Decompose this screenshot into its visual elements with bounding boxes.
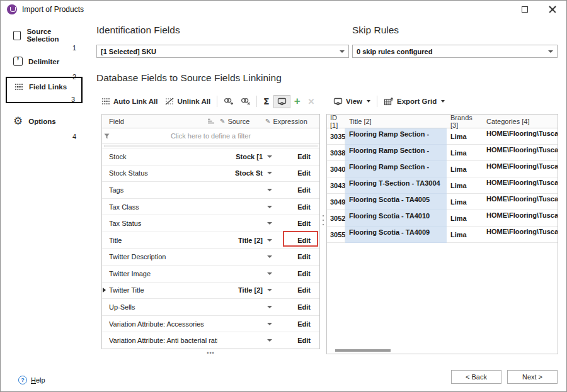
column-header-title[interactable]: Title [2] bbox=[345, 118, 447, 125]
field-link-row[interactable]: TagsEdit bbox=[102, 182, 319, 199]
source-dropdown[interactable] bbox=[263, 255, 277, 258]
back-button[interactable]: < Back bbox=[451, 370, 501, 384]
column-header-source[interactable]: ✎ Source bbox=[220, 118, 265, 125]
chevron-down-icon bbox=[367, 100, 370, 103]
field-link-row[interactable]: Twitter TitleTitle [2]Edit bbox=[102, 283, 319, 300]
column-header-id[interactable]: ID [1] bbox=[327, 114, 345, 129]
field-link-row[interactable]: TitleTitle [2]Edit bbox=[102, 232, 319, 249]
maximize-icon bbox=[522, 6, 528, 13]
edit-expression-button[interactable]: Edit bbox=[277, 303, 319, 311]
current-row-marker-icon bbox=[103, 288, 106, 293]
source-dropdown[interactable] bbox=[263, 189, 277, 191]
preview-toggle-button[interactable] bbox=[273, 95, 290, 108]
source-dropdown[interactable] bbox=[263, 239, 277, 242]
add-row-button[interactable]: + bbox=[290, 94, 304, 108]
field-link-row[interactable]: StockStock [1Edit bbox=[102, 148, 319, 165]
expression-sum-button[interactable]: Σ bbox=[260, 94, 273, 109]
skip-rules-dropdown[interactable]: 0 skip rules configured bbox=[352, 45, 558, 58]
panel-splitter-handle[interactable] bbox=[322, 215, 324, 225]
source-value-cell: Stock [1 bbox=[217, 153, 263, 160]
horizontal-scrollbar-thumb[interactable] bbox=[335, 349, 391, 352]
skip-rules-heading: Skip Rules bbox=[352, 25, 399, 36]
column-header-categories[interactable]: Categories [4] bbox=[481, 118, 558, 125]
source-dropdown[interactable] bbox=[263, 172, 277, 174]
edit-expression-button[interactable]: Edit bbox=[277, 237, 319, 244]
edit-expression-button[interactable]: Edit bbox=[277, 169, 319, 177]
field-link-row[interactable]: Twitter ImageEdit bbox=[102, 266, 319, 283]
source-dropdown[interactable] bbox=[263, 306, 277, 308]
product-row[interactable]: 3038Flooring Ramp Section -LimaHOME\Floo… bbox=[327, 145, 558, 161]
source-preview-grid: ID [1] Title [2] Brands [3] Categories [… bbox=[326, 114, 558, 354]
data-grid-header[interactable]: ID [1] Title [2] Brands [3] Categories [… bbox=[327, 115, 558, 128]
edit-expression-button[interactable]: Edit bbox=[277, 286, 319, 294]
sidebar-item-label: Delimiter bbox=[28, 58, 59, 65]
id-cell: 3052 bbox=[327, 210, 345, 227]
close-button[interactable] bbox=[539, 1, 566, 18]
id-cell: 3055 bbox=[327, 227, 345, 243]
product-row[interactable]: 3040Flooring Ramp Section -LimaHOME\Floo… bbox=[327, 161, 558, 177]
field-link-row[interactable]: Twitter DescriptionEdit bbox=[102, 249, 319, 266]
field-name-cell: Twitter Title bbox=[102, 286, 217, 294]
field-link-row[interactable]: Tax ClassEdit bbox=[102, 199, 319, 216]
source-dropdown[interactable] bbox=[263, 323, 277, 325]
view-menu-button[interactable]: View bbox=[329, 95, 374, 108]
column-header-brands[interactable]: Brands [3] bbox=[447, 114, 481, 129]
close-icon bbox=[549, 6, 556, 13]
title-cell: Flooring Ramp Section - bbox=[345, 161, 447, 177]
categories-cell: HOME\Flooring\Tuscan F bbox=[481, 194, 558, 210]
maximize-button[interactable] bbox=[511, 1, 539, 18]
source-dropdown[interactable] bbox=[263, 155, 277, 158]
edit-expression-button[interactable]: Edit bbox=[277, 337, 319, 344]
product-row[interactable]: 3049Flooring Scotia - TA4005LimaHOME\Flo… bbox=[327, 194, 558, 210]
help-link[interactable]: ? Help bbox=[18, 376, 45, 384]
sidebar-item-field-links[interactable]: Field Links 3 bbox=[6, 77, 83, 103]
source-value-cell: Stock St bbox=[217, 169, 263, 177]
preview-icon bbox=[277, 98, 287, 106]
sidebar-item-source-selection[interactable]: Source Selection 1 bbox=[6, 28, 83, 43]
field-link-row[interactable]: Variation Attribute: AccessoriesEdit bbox=[102, 316, 319, 333]
source-dropdown[interactable] bbox=[263, 222, 277, 225]
auto-link-all-button[interactable]: Auto Link All bbox=[98, 95, 161, 108]
identification-fields-dropdown[interactable]: [1 Selected] SKU bbox=[96, 45, 349, 58]
delete-row-button[interactable]: ✕ bbox=[304, 94, 319, 109]
id-cell: 3035 bbox=[327, 128, 345, 145]
add-link-button[interactable] bbox=[220, 95, 237, 108]
product-row[interactable]: 3043Flooring T-Section - TA3004LimaHOME\… bbox=[327, 177, 558, 194]
export-grid-button[interactable]: Export Grid bbox=[380, 94, 449, 108]
sidebar-item-options[interactable]: ⚙ Options 4 bbox=[6, 116, 83, 126]
quote-icon: ’ bbox=[13, 57, 23, 66]
source-dropdown[interactable] bbox=[263, 206, 277, 208]
product-row[interactable]: 3052Flooring Scotia - TA4010LimaHOME\Flo… bbox=[327, 210, 558, 227]
unlink-all-button[interactable]: Unlink All bbox=[161, 95, 214, 108]
edit-expression-button[interactable]: Edit bbox=[277, 253, 319, 260]
edit-expression-button[interactable]: Edit bbox=[277, 186, 319, 194]
edit-expression-button[interactable]: Edit bbox=[277, 220, 319, 227]
edit-expression-button[interactable]: Edit bbox=[277, 203, 319, 211]
remove-link-button[interactable] bbox=[237, 95, 254, 108]
source-dropdown[interactable] bbox=[263, 272, 277, 275]
filter-row[interactable]: Click here to define a filter bbox=[102, 128, 319, 144]
field-grid-header[interactable]: Field ✎ Source ✎ Expression bbox=[102, 115, 319, 128]
sidebar-item-delimiter[interactable]: ’ Delimiter 2 bbox=[6, 57, 83, 66]
data-grid-rows: 3035Flooring Ramp Section -LimaHOME\Floo… bbox=[327, 128, 558, 243]
field-link-row[interactable]: Stock StatusStock StEdit bbox=[102, 165, 319, 182]
edit-expression-button[interactable]: Edit bbox=[277, 270, 319, 277]
sort-ascending-icon bbox=[207, 118, 220, 125]
edit-expression-button[interactable]: Edit bbox=[277, 153, 319, 160]
column-header-expression[interactable]: ✎ Expression bbox=[265, 118, 319, 125]
chevron-down-icon bbox=[267, 189, 272, 191]
field-link-row[interactable]: Up-SellsEdit bbox=[102, 299, 319, 316]
field-link-row[interactable]: Tax StatusEdit bbox=[102, 215, 319, 232]
column-header-field[interactable]: Field bbox=[102, 118, 207, 125]
source-dropdown[interactable] bbox=[263, 289, 277, 291]
field-link-row[interactable]: Variation Attribute: Anti bacterial rati… bbox=[102, 332, 319, 349]
grid-resize-grip[interactable]: ••• bbox=[101, 350, 320, 356]
product-row[interactable]: 3035Flooring Ramp Section -LimaHOME\Floo… bbox=[327, 128, 558, 145]
title-cell: Flooring Scotia - TA4005 bbox=[345, 194, 447, 210]
edit-expression-button[interactable]: Edit bbox=[277, 320, 319, 328]
source-dropdown[interactable] bbox=[263, 339, 277, 342]
unlink-icon bbox=[165, 98, 174, 105]
horizontal-scrollbar[interactable] bbox=[102, 144, 319, 148]
next-button[interactable]: Next > bbox=[507, 370, 558, 384]
product-row[interactable]: 3055Flooring Scotia - TA4009LimaHOME\Flo… bbox=[327, 227, 558, 243]
